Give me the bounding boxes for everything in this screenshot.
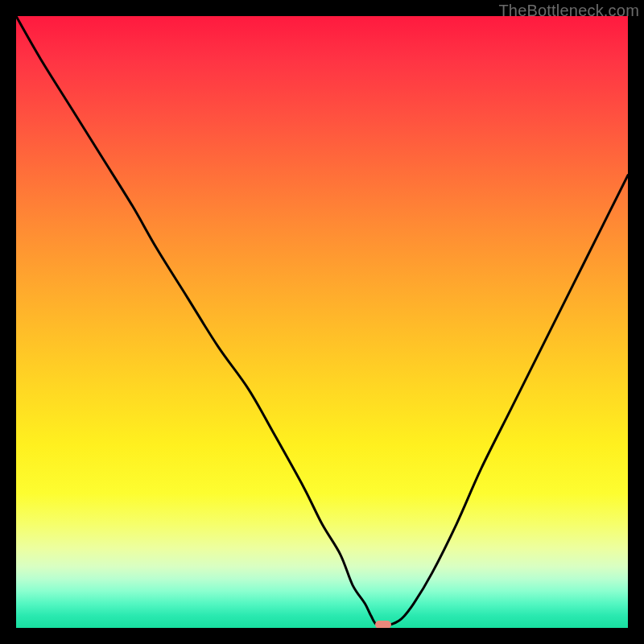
minimum-marker <box>375 621 391 628</box>
plot-area <box>16 16 628 628</box>
chart-frame: TheBottleneck.com <box>0 0 644 644</box>
bottleneck-curve <box>16 16 628 628</box>
